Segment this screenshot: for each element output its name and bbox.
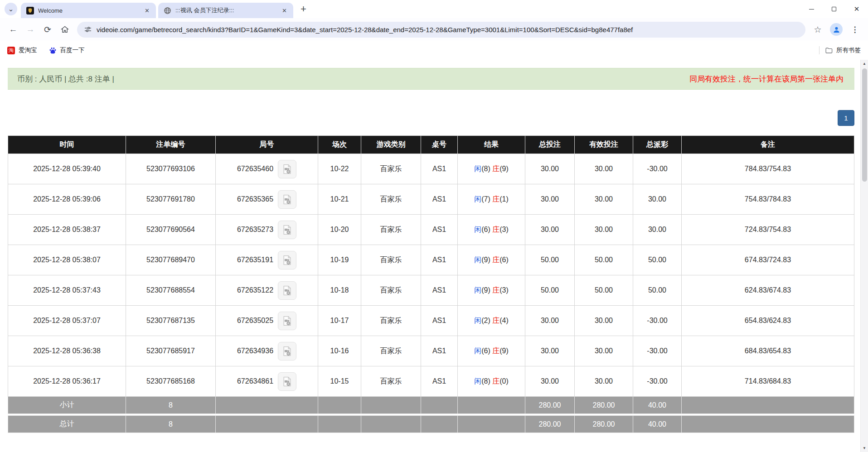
cell-round-id: 672635460 <box>216 154 318 184</box>
cell-time: 2025-12-28 05:39:40 <box>8 154 126 184</box>
site-info-icon[interactable] <box>84 26 92 33</box>
cell-bet-id: 523077689470 <box>126 245 216 275</box>
table-body: 2025-12-28 05:39:40523077693106672635460… <box>8 154 854 397</box>
cell-time: 2025-12-28 05:38:07 <box>8 245 126 275</box>
all-bookmarks-button[interactable]: 所有书签 <box>825 46 861 54</box>
cell-total-bet: 30.00 <box>525 366 575 397</box>
maximize-button[interactable] <box>823 0 845 18</box>
url-text[interactable]: videoie.com/game/betrecord_search/kind3?… <box>97 26 798 34</box>
cell-valid-bet: 50.00 <box>575 245 633 275</box>
bookmark-baidu[interactable]: 百度一下 <box>49 46 85 54</box>
tab-search-button[interactable]: ⌄ <box>5 3 17 15</box>
cell-empty <box>682 397 854 414</box>
divider <box>819 46 820 54</box>
result-player-score: (6) <box>481 347 490 355</box>
video-replay-button[interactable] <box>278 190 296 209</box>
grand-total-label: 总计 <box>8 416 126 433</box>
video-replay-button[interactable] <box>278 342 296 361</box>
scrollbar-thumb[interactable] <box>862 68 867 182</box>
column-header-session: 场次 <box>318 136 361 154</box>
close-button[interactable]: ✕ <box>845 0 868 18</box>
tab-close-icon[interactable]: ✕ <box>143 7 151 14</box>
cell-result: 闲(9) 庄(3) <box>458 275 525 306</box>
video-replay-button[interactable] <box>278 281 296 300</box>
column-header-payout: 总派彩 <box>633 136 682 154</box>
result-banker-score: (6) <box>499 256 509 264</box>
video-replay-button[interactable] <box>278 312 296 330</box>
reload-button[interactable]: ⟳ <box>39 21 56 38</box>
video-replay-button[interactable] <box>278 251 296 269</box>
bookmark-star-icon[interactable]: ☆ <box>809 21 826 38</box>
subtotal-payout: 40.00 <box>633 397 682 414</box>
table-row: 2025-12-28 05:37:07523077687135672635025… <box>8 306 854 336</box>
browser-toolbar: ← → ⟳ videoie.com/game/betrecord_search/… <box>0 18 868 41</box>
profile-avatar[interactable] <box>830 23 843 36</box>
cell-round-id: 672635122 <box>216 275 318 306</box>
cell-valid-bet: 30.00 <box>575 215 633 245</box>
cell-round-id: 672635273 <box>216 215 318 245</box>
home-button[interactable] <box>56 21 73 38</box>
bookmark-label: 百度一下 <box>60 46 85 54</box>
video-replay-button[interactable] <box>278 160 296 178</box>
result-banker-label: 庄 <box>492 195 499 203</box>
menu-icon[interactable]: ⋮ <box>846 21 863 38</box>
scrollbar[interactable]: ▲ ▼ <box>860 60 868 452</box>
video-replay-button[interactable] <box>278 221 296 239</box>
result-player-label: 闲 <box>474 165 481 173</box>
back-button[interactable]: ← <box>5 21 22 38</box>
minimize-button[interactable] <box>800 0 823 18</box>
cell-bet-id: 523077685168 <box>126 366 216 397</box>
cell-table-no: AS1 <box>421 336 458 366</box>
notice-text: 同局有效投注，统一计算在该局第一张注单内 <box>689 74 844 84</box>
result-banker-label: 庄 <box>492 317 499 324</box>
result-player-score: (7) <box>481 195 490 203</box>
cell-session: 10-18 <box>318 275 361 306</box>
cell-valid-bet: 50.00 <box>575 275 633 306</box>
scroll-down-arrow[interactable]: ▼ <box>861 444 868 452</box>
round-id-text: 672634861 <box>237 377 273 385</box>
tab-strip: ⌄ Welcome ✕ :::视讯 会员下注纪录::: ✕ + ✕ <box>0 0 868 18</box>
address-bar[interactable]: videoie.com/game/betrecord_search/kind3?… <box>77 22 805 38</box>
bet-records-table: 时间 注单编号 局号 场次 游戏类别 桌号 结果 总投注 有效投注 总派彩 备注… <box>8 135 854 433</box>
result-banker-label: 庄 <box>492 226 499 233</box>
cell-bet-id: 523077688554 <box>126 275 216 306</box>
video-replay-button[interactable] <box>278 372 296 391</box>
cell-payout: 50.00 <box>633 245 682 275</box>
minimize-icon <box>809 9 814 10</box>
cell-empty <box>361 416 421 433</box>
cell-bet-id: 523077691780 <box>126 184 216 215</box>
tab-close-icon[interactable]: ✕ <box>280 7 289 14</box>
new-tab-button[interactable]: + <box>301 4 306 14</box>
result-banker-score: (1) <box>499 195 509 203</box>
bookmark-taobao[interactable]: 淘 爱淘宝 <box>7 46 37 54</box>
table-row: 2025-12-28 05:39:40523077693106672635460… <box>8 154 854 184</box>
cell-game-type: 百家乐 <box>361 245 421 275</box>
tab-welcome[interactable]: Welcome ✕ <box>21 3 156 18</box>
table-totals: 小计 8 280.00 280.00 40.00 总计 8 <box>8 397 854 433</box>
result-player-score: (9) <box>481 286 490 294</box>
cell-total-bet: 30.00 <box>525 215 575 245</box>
cell-table-no: AS1 <box>421 184 458 215</box>
result-player-label: 闲 <box>474 347 481 355</box>
cell-game-type: 百家乐 <box>361 336 421 366</box>
cell-remark: 784.83/754.83 <box>682 154 854 184</box>
cell-table-no: AS1 <box>421 275 458 306</box>
round-id-text: 672635122 <box>237 286 273 294</box>
tab-betrecord[interactable]: :::视讯 会员下注纪录::: ✕ <box>158 3 293 18</box>
cell-session: 10-22 <box>318 154 361 184</box>
page-1-button[interactable]: 1 <box>838 110 854 126</box>
scroll-up-arrow[interactable]: ▲ <box>861 60 868 67</box>
cell-result: 闲(8) 庄(0) <box>458 366 525 397</box>
result-player-score: (9) <box>481 256 490 264</box>
result-player-label: 闲 <box>474 256 481 264</box>
cell-result: 闲(6) 庄(9) <box>458 336 525 366</box>
result-banker-label: 庄 <box>492 377 499 385</box>
forward-button[interactable]: → <box>22 21 39 38</box>
cell-total-bet: 30.00 <box>525 184 575 215</box>
column-header-table-no: 桌号 <box>421 136 458 154</box>
round-id-text: 672635365 <box>237 195 273 203</box>
column-header-total-bet: 总投注 <box>525 136 575 154</box>
cell-game-type: 百家乐 <box>361 215 421 245</box>
subtotal-label: 小计 <box>8 397 126 414</box>
round-id-text: 672635191 <box>237 256 273 264</box>
